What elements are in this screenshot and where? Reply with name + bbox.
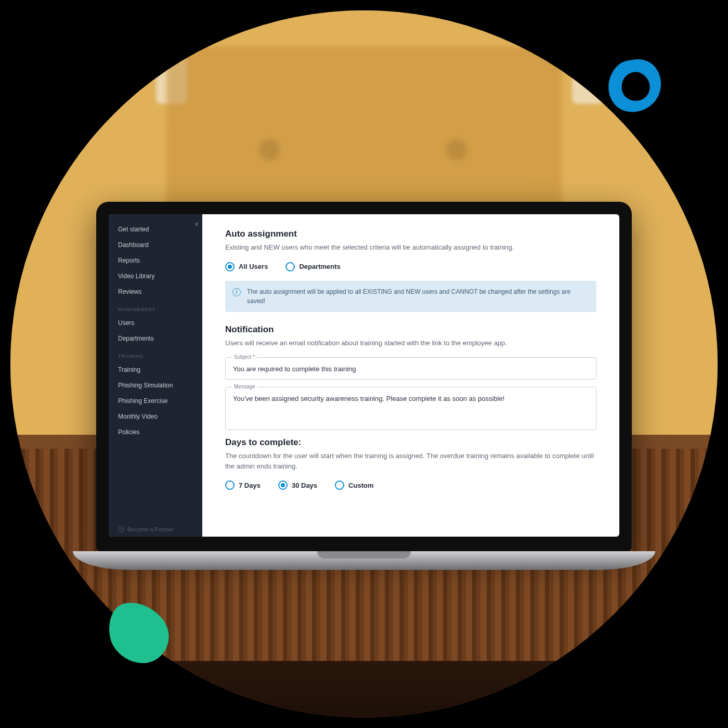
blob-blue-icon [601, 55, 668, 117]
notification-title: Notification [225, 324, 596, 335]
become-partner-link[interactable]: ⎋ Become a Partner [118, 526, 174, 532]
sidebar-item-reviews[interactable]: Reviews [109, 284, 202, 300]
partner-icon: ⎋ [118, 526, 124, 532]
message-textarea[interactable] [233, 395, 589, 422]
sidebar-item-dashboard[interactable]: Dashboard [109, 237, 202, 253]
section-auto-assignment: Auto assignment Existing and NEW users w… [225, 229, 596, 312]
subject-field[interactable]: Subject * [225, 357, 596, 380]
partner-label: Become a Partner [127, 526, 174, 532]
sidebar-section-training: TRAINING [109, 346, 202, 362]
sidebar-section-management: MANAGEMENT [109, 300, 202, 315]
radio-icon [225, 262, 235, 271]
info-icon: i [232, 288, 241, 296]
sidebar-item-reports[interactable]: Reports [109, 253, 202, 268]
sidebar-item-users[interactable]: Users [109, 315, 202, 331]
sidebar-item-policies[interactable]: Policies [109, 424, 202, 440]
sidebar-item-video-library[interactable]: Video Library [109, 268, 202, 284]
notification-desc: Users will receive an email notification… [225, 338, 596, 348]
info-text: The auto assignment will be applied to a… [247, 288, 570, 305]
auto-assignment-desc: Existing and NEW users who meet the sele… [225, 242, 596, 253]
radio-7-days[interactable]: 7 Days [225, 480, 261, 490]
subject-label: Subject * [232, 354, 257, 360]
radio-icon [278, 480, 288, 490]
sidebar-item-training[interactable]: Training [109, 362, 202, 378]
radio-icon [285, 262, 295, 271]
radio-label: All Users [239, 263, 268, 270]
collapse-icon[interactable]: ‹‹ [196, 219, 196, 228]
outlet-right [572, 57, 603, 104]
laptop-mockup: ‹‹ Get started Dashboard Reports Video L… [96, 202, 632, 570]
days-desc: The countdown for the user will start wh… [225, 451, 596, 471]
radio-icon [225, 480, 235, 490]
message-label: Message [232, 384, 257, 389]
days-title: Days to complete: [225, 437, 596, 448]
radio-icon [335, 480, 344, 490]
radio-30-days[interactable]: 30 Days [278, 480, 317, 490]
app-screen: ‹‹ Get started Dashboard Reports Video L… [109, 214, 619, 537]
sidebar-item-get-started[interactable]: Get started [109, 222, 202, 237]
laptop-base [73, 551, 655, 570]
days-radios: 7 Days 30 Days Custom [225, 480, 596, 490]
radio-label: Departments [299, 263, 340, 270]
radio-all-users[interactable]: All Users [225, 262, 268, 271]
sidebar: ‹‹ Get started Dashboard Reports Video L… [109, 214, 202, 537]
subject-input[interactable] [233, 365, 589, 373]
sidebar-item-monthly-video[interactable]: Monthly Video [109, 409, 202, 424]
sidebar-item-departments[interactable]: Departments [109, 331, 202, 346]
main-content: Auto assignment Existing and NEW users w… [202, 214, 619, 537]
shadow [10, 661, 718, 718]
auto-assignment-title: Auto assignment [225, 229, 596, 239]
section-notification: Notification Users will receive an email… [225, 324, 596, 431]
radio-custom[interactable]: Custom [335, 480, 373, 490]
auto-assignment-radios: All Users Departments [225, 262, 596, 271]
section-days-to-complete: Days to complete: The countdown for the … [225, 437, 596, 490]
radio-label: 30 Days [292, 482, 317, 489]
radio-label: 7 Days [239, 482, 261, 489]
laptop-bezel: ‹‹ Get started Dashboard Reports Video L… [96, 202, 632, 551]
message-field[interactable]: Message [225, 387, 596, 430]
sidebar-item-phishing-simulation[interactable]: Phishing Simulation [109, 378, 202, 393]
sidebar-item-phishing-exercise[interactable]: Phishing Exercise [109, 393, 202, 409]
info-callout: i The auto assignment will be applied to… [225, 281, 596, 312]
radio-label: Custom [348, 482, 373, 489]
radio-departments[interactable]: Departments [285, 262, 340, 271]
blob-green-icon [99, 595, 177, 668]
